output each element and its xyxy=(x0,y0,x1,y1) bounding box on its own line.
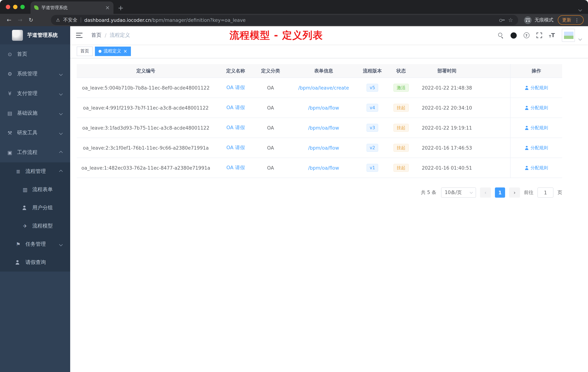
version-tag: v4 xyxy=(366,104,378,112)
address-bar[interactable]: 不安全 dashboard.yudao.iocoder.cn/bpm/manag… xyxy=(51,15,518,25)
help-icon[interactable] xyxy=(524,33,529,38)
sidebar-menu: 首页 系统管理 支付管理 基础设施 研发工具 工作流程 流程管理 流程表单 xyxy=(0,44,70,372)
font-size-icon[interactable] xyxy=(549,33,555,38)
goto-page-input[interactable] xyxy=(537,187,554,198)
tags-view: 首页 流程定义 xyxy=(70,44,588,58)
browser-menu-icon[interactable] xyxy=(575,18,579,22)
hamburger-icon[interactable] xyxy=(76,33,83,38)
tab-title: 芋道管理系统 xyxy=(42,5,102,11)
bookmark-star-icon[interactable] xyxy=(508,17,513,23)
assign-rule-link[interactable]: 分配规则 xyxy=(525,85,548,91)
process-list-icon xyxy=(15,169,21,174)
table-row: oa_leave:1:482ec033-762a-11ec-8477-a2380… xyxy=(77,158,562,178)
assign-rule-link[interactable]: 分配规则 xyxy=(525,145,548,151)
col-header-status: 状态 xyxy=(382,67,420,74)
sidebar-menu-item[interactable]: 流程模型 xyxy=(0,217,70,235)
tab-search-icon[interactable] xyxy=(579,5,581,12)
col-header-version: 流程版本 xyxy=(363,67,382,74)
sidebar-menu-item[interactable]: 首页 xyxy=(0,44,70,64)
form-link[interactable]: /bpm/oa/flow xyxy=(308,145,339,151)
page-size-select[interactable]: 10条/页 xyxy=(441,187,476,198)
logo-title: 芋道管理系统 xyxy=(27,32,58,39)
form-link[interactable]: /bpm/oa/flow xyxy=(308,165,339,171)
back-button[interactable] xyxy=(4,17,15,23)
col-header-category: 定义分类 xyxy=(256,67,285,74)
sidebar-menu-item[interactable]: 用户分组 xyxy=(0,199,70,217)
browser-tab[interactable]: 芋道管理系统 xyxy=(31,1,114,14)
task-icon xyxy=(15,242,21,247)
security-warning-icon[interactable] xyxy=(56,17,60,22)
assign-rule-link[interactable]: 分配规则 xyxy=(525,105,548,111)
chevron-icon xyxy=(59,72,63,76)
forward-button[interactable] xyxy=(15,17,25,23)
page-number-button[interactable]: 1 xyxy=(495,187,505,198)
definition-name-link[interactable]: OA 请假 xyxy=(226,124,245,130)
next-page-button[interactable] xyxy=(509,187,520,198)
window-minimize-button[interactable] xyxy=(13,5,17,9)
chevron-icon xyxy=(59,242,63,246)
col-header-actions: 操作 xyxy=(510,64,562,77)
sidebar-menu-item[interactable]: 任务管理 xyxy=(0,235,70,253)
main-area: 首页 / 流程定义 流程模型 - 定义列表 首页 xyxy=(70,26,588,372)
fullscreen-icon[interactable] xyxy=(536,33,542,38)
page-content: 定义编号 定义名称 定义分类 表单信息 流程版本 状态 部署时间 操作 oa_l… xyxy=(70,58,588,372)
browser-update-button[interactable]: 更新 xyxy=(558,15,584,25)
password-key-icon[interactable] xyxy=(499,17,505,23)
version-tag: v2 xyxy=(366,144,378,152)
user-icon xyxy=(525,86,529,90)
definition-name-link[interactable]: OA 请假 xyxy=(226,104,245,110)
avatar-caret-icon[interactable] xyxy=(579,34,581,41)
definition-name-link[interactable]: OA 请假 xyxy=(226,85,245,90)
assign-rule-link[interactable]: 分配规则 xyxy=(525,165,548,171)
sidebar-menu-item[interactable]: 研发工具 xyxy=(0,123,70,143)
form-link[interactable]: /bpm/oa/flow xyxy=(308,105,339,110)
top-navbar: 首页 / 流程定义 流程模型 - 定义列表 xyxy=(70,26,588,44)
pagination-total: 共 5 条 xyxy=(421,189,436,196)
window-zoom-button[interactable] xyxy=(20,5,25,9)
user-icon xyxy=(525,106,529,110)
prev-page-button[interactable] xyxy=(480,187,491,198)
url-text[interactable]: dashboard.yudao.iocoder.cn/bpm/manager/d… xyxy=(84,17,496,23)
sidebar-menu-item[interactable]: 基础设施 xyxy=(0,103,70,123)
window-close-button[interactable] xyxy=(6,5,10,9)
version-tag: v5 xyxy=(366,84,378,92)
sidebar-logo: 芋道管理系统 xyxy=(0,26,70,44)
search-icon[interactable] xyxy=(498,33,504,38)
category-cell: OA xyxy=(256,165,285,171)
close-icon[interactable] xyxy=(123,49,127,54)
table-header-row: 定义编号 定义名称 定义分类 表单信息 流程版本 状态 部署时间 操作 xyxy=(77,64,562,78)
table-row: oa_leave:5:004b710b-7b8a-11ec-8ef0-acde4… xyxy=(77,78,562,98)
definition-name-link[interactable]: OA 请假 xyxy=(226,144,245,150)
col-header-id: 定义编号 xyxy=(77,67,215,74)
definition-table: 定义编号 定义名称 定义分类 表单信息 流程版本 状态 部署时间 操作 oa_l… xyxy=(77,64,562,178)
col-header-name: 定义名称 xyxy=(215,67,256,74)
github-icon[interactable] xyxy=(510,32,516,38)
category-cell: OA xyxy=(256,105,285,110)
breadcrumb-home[interactable]: 首页 xyxy=(91,32,101,39)
new-tab-button[interactable] xyxy=(118,4,124,11)
definition-id-cell: oa_leave:3:1fad3d93-7b75-11ec-a3c8-acde4… xyxy=(77,125,215,131)
sidebar-menu-item[interactable]: 流程表单 xyxy=(0,181,70,199)
sidebar-menu-item[interactable]: 工作流程 xyxy=(0,143,70,162)
deploy-time-cell: 2022-01-22 21:48:38 xyxy=(420,85,474,90)
form-link[interactable]: /bpm/oa/flow xyxy=(308,125,339,131)
pagination: 共 5 条 10条/页 1 前往 页 xyxy=(77,187,562,198)
sidebar-menu-item[interactable]: 请假查询 xyxy=(0,253,70,272)
reload-button[interactable] xyxy=(25,17,36,23)
workflow-icon xyxy=(7,150,13,155)
definition-name-link[interactable]: OA 请假 xyxy=(226,164,245,170)
model-icon xyxy=(22,223,28,229)
navbar-actions xyxy=(498,29,581,42)
user-avatar[interactable] xyxy=(562,29,575,42)
sidebar-menu-item[interactable]: 系统管理 xyxy=(0,64,70,84)
sidebar-menu-item[interactable]: 流程管理 xyxy=(0,162,70,181)
status-tag: 挂起 xyxy=(393,124,409,132)
assign-rule-link[interactable]: 分配规则 xyxy=(525,125,548,131)
favicon xyxy=(34,5,39,10)
tab-close-icon[interactable] xyxy=(105,5,110,10)
sidebar-menu-item[interactable]: 支付管理 xyxy=(0,84,70,103)
tags-view-tag[interactable]: 流程定义 xyxy=(95,46,131,56)
page-unit-label: 页 xyxy=(557,189,562,196)
tags-view-tag[interactable]: 首页 xyxy=(77,46,93,56)
form-link[interactable]: /bpm/oa/leave/create xyxy=(298,85,349,90)
